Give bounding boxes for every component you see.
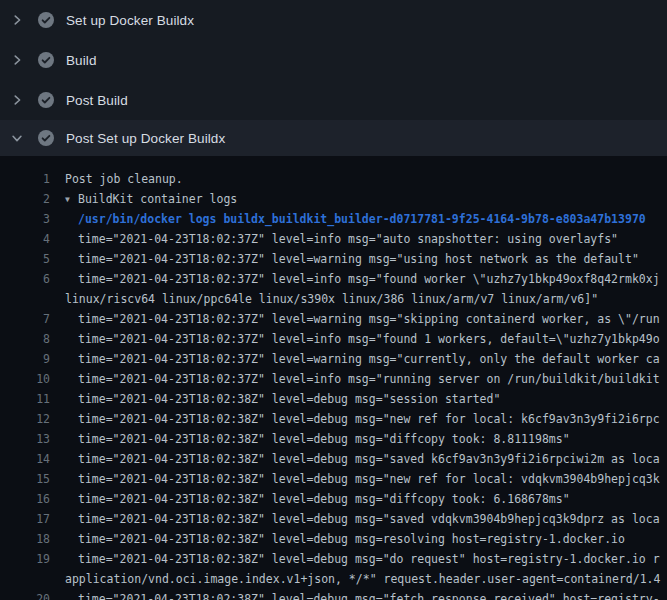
log-line: 18 ▼time="2021-04-23T18:02:38Z" level=de… (0, 529, 667, 549)
log-line: 19 ▼time="2021-04-23T18:02:38Z" level=de… (0, 549, 667, 569)
log-line: 14 ▼time="2021-04-23T18:02:38Z" level=de… (0, 449, 667, 469)
step-label: Post Set up Docker Buildx (66, 131, 225, 146)
log-text: ▼time="2021-04-23T18:02:38Z" level=debug… (78, 489, 570, 509)
log-text-content: time="2021-04-23T18:02:38Z" level=debug … (78, 412, 660, 426)
log-line: 7 ▼time="2021-04-23T18:02:37Z" level=war… (0, 309, 667, 329)
chevron-right-icon[interactable] (10, 13, 24, 27)
log-text: ▼time="2021-04-23T18:02:37Z" level=info … (78, 269, 660, 289)
log-line: 13 ▼time="2021-04-23T18:02:38Z" level=de… (0, 429, 667, 449)
log-text: ▼time="2021-04-23T18:02:38Z" level=debug… (78, 529, 625, 549)
line-number[interactable]: 5 (0, 249, 50, 269)
log-text-content: time="2021-04-23T18:02:38Z" level=debug … (78, 532, 625, 546)
log-text-content: time="2021-04-23T18:02:38Z" level=debug … (78, 552, 660, 566)
log-text: ▼time="2021-04-23T18:02:38Z" level=debug… (78, 549, 660, 569)
log-line: 3 ▼/usr/bin/docker logs buildx_buildkit_… (0, 209, 667, 229)
line-number[interactable]: 8 (0, 329, 50, 349)
check-circle-icon (38, 130, 54, 146)
collapse-triangle-icon[interactable]: ▼ (65, 190, 78, 210)
step-row-set-up-docker-buildx[interactable]: Set up Docker Buildx (0, 0, 667, 40)
log-text-content: time="2021-04-23T18:02:38Z" level=debug … (78, 592, 660, 600)
actions-log-panel: Set up Docker Buildx Build Post Build (0, 0, 667, 600)
log-text: ▼time="2021-04-23T18:02:38Z" level=debug… (78, 409, 660, 429)
log-text: ▼BuildKit container logs (65, 189, 237, 209)
log-line: 17 ▼time="2021-04-23T18:02:38Z" level=de… (0, 509, 667, 529)
log-line: 12 ▼time="2021-04-23T18:02:38Z" level=de… (0, 409, 667, 429)
log-text: ▼application/vnd.oci.image.index.v1+json… (65, 569, 660, 589)
line-number[interactable]: 2 (0, 189, 50, 209)
chevron-right-icon[interactable] (10, 93, 24, 107)
log-text-content: time="2021-04-23T18:02:38Z" level=debug … (78, 392, 500, 406)
log-line: 20 ▼time="2021-04-23T18:02:38Z" level=de… (0, 589, 667, 600)
log-text-content: linux/riscv64 linux/ppc64le linux/s390x … (65, 292, 598, 306)
log-text: ▼/usr/bin/docker logs buildx_buildkit_bu… (78, 209, 646, 229)
log-line: 9 ▼time="2021-04-23T18:02:37Z" level=war… (0, 349, 667, 369)
log-text: ▼time="2021-04-23T18:02:37Z" level=warni… (78, 249, 639, 269)
log-text: ▼linux/riscv64 linux/ppc64le linux/s390x… (65, 289, 598, 309)
check-circle-icon (38, 12, 54, 28)
line-number[interactable]: 4 (0, 229, 50, 249)
line-number[interactable]: 11 (0, 389, 50, 409)
log-text-content: time="2021-04-23T18:02:37Z" level=warnin… (78, 352, 660, 366)
log-text: ▼time="2021-04-23T18:02:37Z" level=warni… (78, 309, 660, 329)
step-label: Post Build (66, 93, 128, 108)
log-text-content: time="2021-04-23T18:02:38Z" level=debug … (78, 452, 660, 466)
log-text: ▼time="2021-04-23T18:02:38Z" level=debug… (78, 429, 570, 449)
line-number[interactable] (0, 289, 50, 309)
step-row-post-set-up-docker-buildx[interactable]: Post Set up Docker Buildx (0, 120, 667, 156)
log-text-content: time="2021-04-23T18:02:38Z" level=debug … (78, 492, 570, 506)
log-text-content: time="2021-04-23T18:02:37Z" level=warnin… (78, 312, 660, 326)
log-text: ▼time="2021-04-23T18:02:38Z" level=debug… (78, 389, 500, 409)
log-text: ▼time="2021-04-23T18:02:38Z" level=debug… (78, 509, 660, 529)
line-number[interactable]: 10 (0, 369, 50, 389)
log-line: 6 ▼time="2021-04-23T18:02:37Z" level=inf… (0, 269, 667, 289)
log-text-content: time="2021-04-23T18:02:38Z" level=debug … (78, 432, 570, 446)
line-number[interactable]: 7 (0, 309, 50, 329)
log-text: ▼time="2021-04-23T18:02:37Z" level=info … (78, 329, 660, 349)
log-line: 15 ▼time="2021-04-23T18:02:38Z" level=de… (0, 469, 667, 489)
line-number[interactable]: 14 (0, 449, 50, 469)
line-number[interactable]: 16 (0, 489, 50, 509)
line-number[interactable]: 20 (0, 589, 50, 600)
log-line: ▼application/vnd.oci.image.index.v1+json… (0, 569, 667, 589)
log-line: 11 ▼time="2021-04-23T18:02:38Z" level=de… (0, 389, 667, 409)
log-text-content: BuildKit container logs (78, 192, 237, 206)
line-number[interactable]: 12 (0, 409, 50, 429)
log-text: ▼time="2021-04-23T18:02:38Z" level=debug… (78, 589, 660, 600)
log-text: ▼time="2021-04-23T18:02:38Z" level=debug… (78, 449, 660, 469)
log-line: 10 ▼time="2021-04-23T18:02:37Z" level=in… (0, 369, 667, 389)
log-text: ▼time="2021-04-23T18:02:37Z" level=info … (78, 229, 618, 249)
log-line: 1 ▼Post job cleanup. (0, 169, 667, 189)
step-label: Set up Docker Buildx (66, 13, 194, 28)
line-number[interactable]: 9 (0, 349, 50, 369)
chevron-right-icon[interactable] (10, 53, 24, 67)
line-number[interactable]: 3 (0, 209, 50, 229)
log-text: ▼time="2021-04-23T18:02:37Z" level=info … (78, 369, 660, 389)
log-text-content: time="2021-04-23T18:02:37Z" level=warnin… (78, 252, 639, 266)
log-line: 16 ▼time="2021-04-23T18:02:38Z" level=de… (0, 489, 667, 509)
log-area: 1 ▼Post job cleanup. 2 ▼BuildKit contain… (0, 156, 667, 600)
line-number[interactable]: 18 (0, 529, 50, 549)
step-row-build[interactable]: Build (0, 40, 667, 80)
line-number[interactable]: 19 (0, 549, 50, 569)
step-row-post-build[interactable]: Post Build (0, 80, 667, 120)
check-circle-icon (38, 92, 54, 108)
chevron-down-icon[interactable] (10, 131, 24, 145)
line-number[interactable]: 15 (0, 469, 50, 489)
log-text-content: /usr/bin/docker logs buildx_buildkit_bui… (78, 212, 646, 226)
log-line: 5 ▼time="2021-04-23T18:02:37Z" level=war… (0, 249, 667, 269)
log-line: ▼linux/riscv64 linux/ppc64le linux/s390x… (0, 289, 667, 309)
line-number[interactable] (0, 569, 50, 589)
line-number[interactable]: 6 (0, 269, 50, 289)
log-text-content: time="2021-04-23T18:02:37Z" level=info m… (78, 372, 660, 386)
line-number[interactable]: 13 (0, 429, 50, 449)
log-text-content: application/vnd.oci.image.index.v1+json,… (65, 572, 660, 586)
step-label: Build (66, 53, 97, 68)
line-number[interactable]: 1 (0, 169, 50, 189)
log-text-content: time="2021-04-23T18:02:37Z" level=info m… (78, 232, 618, 246)
line-number[interactable]: 17 (0, 509, 50, 529)
log-text: ▼time="2021-04-23T18:02:37Z" level=warni… (78, 349, 660, 369)
log-text-content: Post job cleanup. (65, 172, 183, 186)
log-line: 2 ▼BuildKit container logs (0, 189, 667, 209)
check-circle-icon (38, 52, 54, 68)
log-text-content: time="2021-04-23T18:02:37Z" level=info m… (78, 332, 660, 346)
